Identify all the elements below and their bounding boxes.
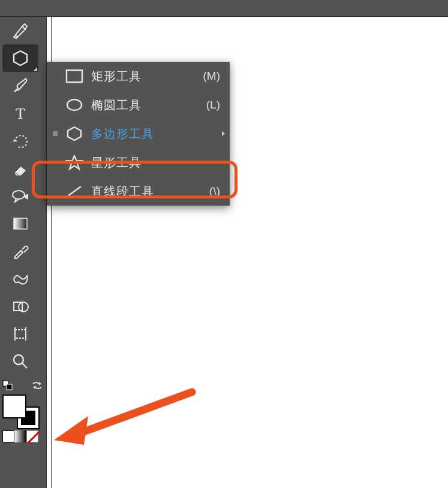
color-mode-gradient[interactable] [14, 430, 26, 442]
color-mode-solid[interactable] [2, 430, 14, 442]
zoom-icon [10, 351, 31, 372]
rectangle-icon [64, 69, 85, 83]
svg-line-12 [22, 363, 27, 368]
flyout-rectangle-tool[interactable]: 矩形工具 (M) [47, 62, 230, 91]
color-mode-row [2, 430, 38, 442]
zoom-tool[interactable] [2, 348, 38, 375]
active-dot [53, 131, 58, 136]
svg-text:T: T [16, 105, 25, 122]
tools-panel: T [0, 17, 47, 488]
line-icon [64, 184, 85, 198]
eraser-tool[interactable] [2, 155, 38, 182]
flyout-item-label: 椭圆工具 [91, 97, 206, 113]
fill-stroke-swatches[interactable] [2, 394, 38, 428]
svg-rect-8 [15, 330, 26, 338]
svg-marker-0 [14, 51, 27, 65]
symbol-sprayer-tool[interactable] [2, 182, 38, 210]
svg-rect-5 [14, 218, 27, 229]
flyout-item-shortcut: (\) [209, 185, 223, 198]
polygon-icon [64, 125, 85, 142]
flyout-ellipse-tool[interactable]: 椭圆工具 (L) [47, 91, 230, 119]
svg-rect-17 [67, 70, 82, 82]
pen-icon [10, 20, 31, 41]
svg-marker-19 [68, 127, 81, 140]
rotate-icon [10, 131, 31, 151]
color-mode-none[interactable] [26, 430, 38, 442]
svg-point-3 [13, 191, 25, 199]
shape-builder-icon [10, 296, 31, 317]
flyout-item-label: 矩形工具 [91, 68, 203, 85]
artboard-icon [10, 324, 31, 344]
brush-icon [10, 76, 31, 96]
svg-point-7 [19, 302, 28, 312]
polygon-tool[interactable] [2, 44, 38, 72]
eraser-icon [10, 158, 31, 179]
flyout-item-label: 星形工具 [91, 155, 220, 171]
swap-colors-row [2, 379, 43, 392]
hexagon-icon [10, 48, 31, 68]
svg-line-21 [68, 186, 81, 196]
app-top-bar [0, 0, 448, 17]
svg-marker-20 [67, 156, 82, 169]
blend-tool[interactable] [2, 265, 38, 293]
ellipse-icon [64, 98, 85, 112]
speech-icon [10, 186, 31, 206]
svg-point-11 [14, 355, 23, 365]
gradient-tool[interactable] [2, 210, 38, 237]
fill-swatch[interactable] [2, 394, 26, 418]
flyout-item-label: 直线段工具 [91, 183, 209, 200]
flyout-star-tool[interactable]: 星形工具 [47, 148, 230, 177]
star-icon [64, 154, 85, 171]
pen-tool[interactable] [2, 17, 38, 44]
svg-point-18 [67, 100, 82, 110]
blend-icon [10, 269, 31, 289]
flyout-line-tool[interactable]: 直线段工具 (\) [47, 177, 230, 206]
flyout-polygon-tool[interactable]: 多边形工具 [47, 119, 230, 148]
rotate-tool[interactable] [2, 127, 38, 155]
type-tool[interactable]: T [2, 100, 38, 127]
eyedropper-tool[interactable] [2, 237, 38, 265]
gradient-icon [10, 213, 31, 234]
flyout-item-label: 多边形工具 [91, 126, 220, 142]
shape-builder-tool[interactable] [2, 293, 38, 320]
shape-tool-flyout: 矩形工具 (M) 椭圆工具 (L) 多边形工具 星形工具 直线段工具 (\) [47, 62, 230, 206]
swap-colors-icon[interactable] [31, 380, 43, 391]
paintbrush-tool[interactable] [2, 72, 38, 100]
default-colors-icon[interactable] [2, 380, 13, 391]
artboard-tool[interactable] [2, 320, 38, 348]
svg-marker-15 [39, 382, 41, 385]
eyedropper-icon [10, 241, 31, 261]
type-icon: T [10, 103, 31, 123]
flyout-item-shortcut: (M) [203, 70, 223, 83]
flyout-item-shortcut: (L) [206, 98, 223, 112]
svg-marker-16 [33, 385, 35, 389]
svg-marker-2 [13, 139, 17, 141]
svg-rect-14 [7, 384, 12, 390]
